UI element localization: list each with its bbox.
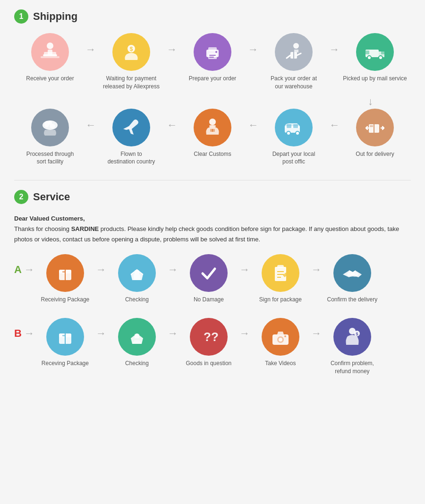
svg-point-54 (279, 338, 282, 342)
outdelivery-label: Out for delivery (356, 150, 394, 158)
a-sign-icon (262, 254, 299, 292)
letter-b: B (14, 318, 22, 340)
b-check-label: Checking (125, 359, 149, 367)
b-check-icon (118, 318, 156, 356)
flow-item-pickup: Picked up by mail service (340, 33, 410, 83)
b-receive-label: Receving Package (42, 359, 89, 367)
flow-b-item2: Checking (106, 318, 168, 367)
svg-text:$: $ (130, 46, 133, 52)
svg-text:$: $ (356, 332, 358, 336)
service-section: 2 Service Dear Valued Customers, Thanks … (14, 190, 411, 376)
b-receive-icon (46, 318, 84, 356)
processed-icon (31, 109, 69, 146)
arrow2: → (167, 33, 177, 56)
a-nodamage-icon (190, 254, 228, 292)
arrow-b4: → (311, 318, 322, 340)
svg-rect-24 (287, 124, 291, 128)
a-sign-label: Sign for package (259, 296, 302, 304)
a-confirm-label: Confirm the delivery (327, 296, 378, 304)
flown-icon (112, 109, 150, 146)
svg-rect-4 (41, 56, 60, 58)
section-divider (14, 180, 411, 180)
svg-rect-10 (209, 55, 216, 56)
flow-item-flown: Flown todestination country (96, 109, 167, 166)
svg-point-46 (351, 272, 358, 277)
pickup-label: Picked up by mail service (343, 75, 407, 83)
b-question-label: Goods in question (186, 359, 232, 367)
flow-item-payment: $ Waiting for paymentreleased by Aliexpr… (96, 33, 167, 91)
payment-icon: $ (112, 33, 150, 71)
arrow-a3: → (239, 254, 250, 276)
arrow-r3: → (167, 109, 177, 131)
a-check-label: Checking (125, 296, 149, 304)
flow-item-outdelivery: Out for delivery (340, 109, 410, 158)
service-text: Dear Valued Customers, Thanks for choosi… (14, 214, 411, 245)
body-text: Thanks for choosing SARDINE products. Pl… (14, 224, 411, 245)
svg-rect-8 (208, 47, 217, 51)
service-title: Service (33, 191, 70, 203)
svg-rect-11 (209, 57, 214, 58)
prepare-label: Prepare your order (189, 75, 237, 83)
down-arrow: ↓ (14, 95, 411, 108)
svg-point-27 (296, 131, 299, 135)
flow-item-pack: Pack your order atour warehouse (258, 33, 329, 91)
receive-label: Receive your order (26, 75, 74, 83)
flow-b-item5: $ Confirm problem,refund money (322, 318, 383, 376)
pack-icon (275, 33, 313, 71)
prepare-icon (194, 33, 231, 71)
b-camera-icon (262, 318, 299, 356)
receive-icon (31, 33, 69, 71)
flow-item-depart: Depart your localpost offic (258, 109, 329, 166)
shipping-header: 1 Shipping (14, 9, 411, 24)
svg-point-35 (48, 121, 52, 125)
svg-rect-3 (48, 50, 52, 55)
arrow-b2: → (168, 318, 178, 340)
arrow-b-start: → (24, 318, 34, 340)
b-refund-icon: $ (333, 318, 371, 356)
flow-a-item4: Sign for package (250, 254, 311, 304)
svg-point-0 (47, 43, 53, 49)
brand-name: SARDINE (71, 225, 99, 232)
depart-label: Depart your localpost offic (272, 150, 315, 166)
flow-b-item4: Take Videos (250, 318, 311, 367)
svg-point-13 (293, 43, 299, 49)
svg-text:??: ?? (204, 330, 219, 344)
svg-rect-25 (293, 124, 298, 128)
payment-label: Waiting for paymentreleased by Aliexpres… (103, 75, 160, 91)
arrow-b3: → (239, 318, 250, 340)
flow-item-receive: Receive your order (15, 33, 85, 83)
b-question-icon: ?? (190, 318, 228, 356)
arrow4: → (329, 33, 340, 56)
flow-b-item1: Receving Package (34, 318, 96, 367)
svg-rect-22 (370, 125, 373, 127)
a-confirm-icon (333, 254, 371, 292)
svg-point-28 (209, 119, 216, 125)
arrow-a4: → (311, 254, 322, 276)
flow-a-item1: Receiving Package (34, 254, 96, 304)
svg-point-17 (367, 56, 371, 60)
service-header: 2 Service (14, 190, 411, 204)
shipping-row2: Out for delivery → Depart your localpost… (14, 109, 411, 166)
arrow-r1: → (329, 109, 340, 131)
arrow-a-start: → (24, 254, 34, 276)
svg-rect-39 (62, 271, 65, 273)
shipping-title: Shipping (33, 10, 77, 23)
flow-a-item2: Checking (106, 254, 168, 304)
flown-label: Flown todestination country (108, 150, 155, 166)
arrow-r2: → (248, 109, 258, 131)
svg-point-26 (287, 131, 290, 135)
svg-point-12 (215, 51, 217, 53)
svg-rect-19 (366, 51, 369, 54)
flow-item-customs: Clear Customs (177, 109, 248, 158)
customs-icon (194, 109, 231, 146)
arrow-a1: → (96, 254, 106, 276)
arrow1: → (85, 33, 96, 56)
svg-rect-9 (208, 53, 217, 59)
processed-label: Processed throughsort facility (26, 150, 74, 166)
depart-icon (275, 109, 313, 146)
dear-line: Dear Valued Customers, (14, 214, 411, 224)
pack-label: Pack your order atour warehouse (271, 75, 317, 91)
arrow-b1: → (96, 318, 106, 340)
letter-a: A (14, 254, 22, 276)
service-flow-a: A → Receiving Package → (14, 254, 411, 304)
